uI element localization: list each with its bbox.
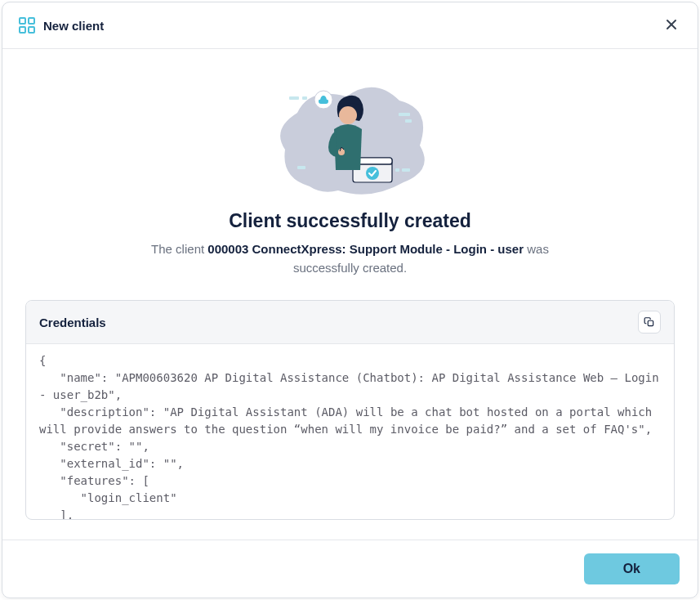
ok-button[interactable]: Ok [584, 553, 680, 584]
svg-point-5 [366, 167, 379, 180]
close-button[interactable] [662, 14, 681, 37]
modal-header-left: New client [19, 17, 104, 34]
credentials-json: { "name": "APM00603620 AP Digital Assist… [39, 352, 661, 519]
svg-point-6 [339, 106, 357, 124]
svg-rect-16 [648, 320, 653, 325]
credentials-header: Credentials [26, 301, 674, 344]
success-description: The client 000003 ConnectXpress: Support… [138, 240, 563, 277]
success-client-name: 000003 ConnectXpress: Support Module - L… [207, 242, 524, 256]
svg-rect-14 [402, 168, 410, 172]
svg-rect-9 [289, 96, 299, 100]
svg-rect-11 [399, 113, 410, 116]
svg-rect-12 [405, 119, 412, 123]
grid-icon [19, 17, 35, 34]
credentials-body[interactable]: { "name": "APM00603620 AP Digital Assist… [26, 344, 674, 519]
svg-rect-10 [302, 96, 307, 100]
copy-button[interactable] [638, 311, 661, 334]
copy-icon [644, 316, 655, 328]
new-client-modal: New client [2, 2, 698, 598]
modal-footer: Ok [2, 540, 698, 598]
success-illustration [265, 72, 436, 199]
svg-rect-13 [297, 166, 305, 169]
close-icon [665, 18, 678, 31]
modal-title: New client [43, 19, 104, 33]
credentials-panel: Credentials { "name": "APM00603620 AP Di… [25, 300, 675, 520]
svg-rect-15 [395, 168, 399, 172]
modal-content: Client successfully created The client 0… [2, 49, 698, 520]
success-title: Client successfully created [229, 210, 471, 232]
modal-header: New client [2, 2, 698, 49]
credentials-title: Credentials [39, 316, 106, 329]
success-desc-prefix: The client [151, 242, 207, 256]
